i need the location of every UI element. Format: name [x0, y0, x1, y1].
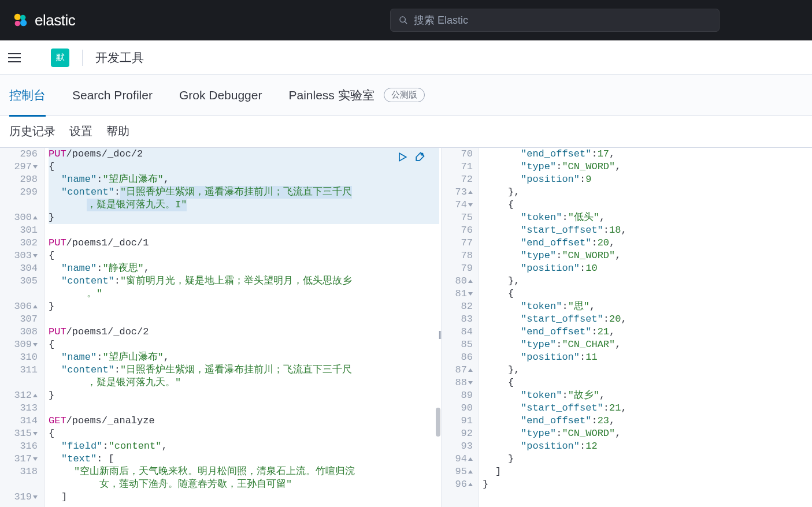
tab-grok-debugger[interactable]: Grok Debugger — [179, 76, 262, 115]
console-workspace: 2962972982993003013023033043053063073083… — [0, 148, 812, 507]
response-content[interactable]: "end_offset" : 17,"type" : "CN_WORD","po… — [479, 148, 812, 507]
global-search[interactable] — [390, 9, 720, 32]
svg-point-1 — [20, 15, 25, 20]
console-links: 历史记录 设置 帮助 — [0, 115, 812, 148]
tab-console[interactable]: 控制台 — [9, 74, 46, 116]
brand-logo[interactable]: elastic — [12, 12, 75, 29]
link-help[interactable]: 帮助 — [106, 124, 129, 139]
editor-content[interactable]: PUT /poems/_doc/2{"name": "望庐山瀑布","conte… — [45, 148, 442, 507]
elastic-logo-icon — [12, 12, 29, 29]
brand-text: elastic — [35, 12, 75, 29]
svg-marker-6 — [399, 153, 406, 161]
svg-line-5 — [405, 21, 407, 24]
response-gutter: 7071727374757677787980818283848586878889… — [442, 148, 479, 507]
editor-scrollbar[interactable] — [436, 408, 440, 437]
send-request-icon[interactable] — [396, 151, 408, 163]
svg-point-4 — [400, 17, 405, 22]
top-navbar: elastic — [0, 0, 812, 40]
editor-gutter: 2962972982993003013023033043053063073083… — [0, 148, 45, 507]
global-search-input[interactable] — [414, 14, 711, 27]
svg-point-0 — [14, 14, 21, 20]
nav-menu-toggle[interactable] — [8, 53, 21, 62]
tool-tabs: 控制台 Search Profiler Grok Debugger Painle… — [0, 75, 812, 115]
page-title: 开发工具 — [95, 50, 144, 66]
request-options-icon[interactable] — [414, 151, 425, 163]
tab-search-profiler[interactable]: Search Profiler — [72, 76, 153, 115]
link-history[interactable]: 历史记录 — [9, 124, 55, 139]
separator — [82, 50, 83, 66]
space-selector[interactable]: 默 — [51, 49, 69, 67]
svg-point-2 — [15, 21, 20, 26]
request-actions — [396, 151, 425, 163]
link-settings[interactable]: 设置 — [69, 124, 92, 139]
response-viewer[interactable]: 7071727374757677787980818283848586878889… — [442, 148, 812, 507]
tab-painless-lab[interactable]: Painless 实验室 — [288, 74, 374, 116]
request-editor[interactable]: 2962972982993003013023033043053063073083… — [0, 148, 442, 507]
secondary-navbar: 默 开发工具 — [0, 40, 812, 75]
search-icon — [399, 16, 408, 25]
beta-badge: 公测版 — [384, 88, 425, 102]
svg-point-3 — [20, 20, 27, 26]
